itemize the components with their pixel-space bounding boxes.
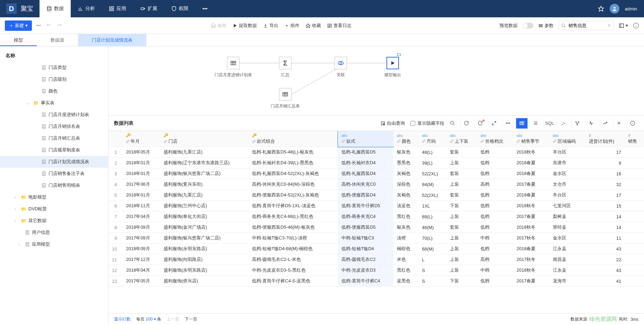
show-hidden-checkbox[interactable]: 显示隐藏字段	[410, 120, 444, 126]
flow-node-output[interactable]: 模型输出	[384, 57, 401, 78]
search-input[interactable]	[558, 21, 614, 30]
new-button[interactable]: ＋ 新建 ▾	[5, 20, 32, 31]
trend-tool[interactable]	[599, 118, 611, 129]
table-row[interactable]: 11 2017年12月 盛利服饰(向阳路店) 高档-圆领毛衣C2-L-米色 高档…	[108, 254, 644, 265]
tree-item-门店销售明细表[interactable]: 门店销售明细表	[0, 179, 108, 191]
tree-item-应用模型[interactable]: ›应用模型	[0, 238, 108, 250]
info-icon[interactable]	[633, 23, 639, 29]
table-row[interactable]: 8 2018年09月 盛利服饰(金河广场店) 低档-便服西装D5-46(M)-银…	[108, 222, 644, 233]
table-row[interactable]: 10 2018年09月 盛利服饰(永明东路店) 低档-短袖T恤D4-68(M)-…	[108, 244, 644, 254]
save-button[interactable]: 保存	[211, 23, 226, 29]
logs-button[interactable]: 查看日志	[327, 23, 351, 29]
clear-search-icon[interactable]: ✕	[607, 23, 611, 28]
table-row[interactable]: 3 2018年01月 盛利服饰(银兴悠客广场二店) 低档-礼服西装D4-52(2…	[108, 168, 644, 179]
column-header-season[interactable]: abc销售季节	[513, 131, 549, 147]
nav-more[interactable]: •••	[195, 0, 215, 17]
tree-item-门店销售备注子表[interactable]: 门店销售备注子表	[0, 168, 108, 179]
tree-item-门店计划完成情况表[interactable]: 门店计划完成情况表	[0, 156, 108, 168]
scatter-tool[interactable]	[557, 118, 569, 129]
component-button[interactable]: ＋ 组件	[285, 23, 299, 29]
table-row[interactable]: 9 2017年09月 盛利服饰(银兴悠客广场二店) 中档-短袖T恤C3-70(L…	[108, 233, 644, 244]
tree-item-电影模型[interactable]: ›📁电影模型	[0, 191, 108, 203]
refresh-badge-tool[interactable]	[474, 118, 486, 129]
column-header-grade[interactable]: abc价格档次	[477, 131, 513, 147]
username[interactable]: admin	[625, 6, 637, 11]
table-view-tool[interactable]	[516, 118, 528, 129]
nav-app[interactable]: 应用	[102, 0, 133, 17]
table-row[interactable]: 7 2017年04月 盛利服饰(奉化大街店) 低档-商务夹克C4-88(L)-黑…	[108, 211, 644, 222]
table-row[interactable]: 1 2018年05月 盛利服饰(九重汇店) 低档-礼服西装D5-48(L)-银灰…	[108, 147, 644, 158]
tree-item-门店规章制度表[interactable]: 门店规章制度表	[0, 144, 108, 156]
column-header-store[interactable]: 🔑门店	[160, 131, 249, 147]
column-header-combo[interactable]: 🔑款式组合	[249, 131, 338, 147]
nav-extend[interactable]: 扩展	[133, 0, 164, 17]
favorite-button[interactable]: 收藏	[306, 23, 321, 29]
tree-item-门店月销汇总表[interactable]: 门店月销汇总表	[0, 132, 108, 144]
more-button[interactable]: •••	[35, 22, 42, 29]
tab-model[interactable]: 模型	[0, 34, 37, 46]
undo-button[interactable]	[45, 22, 53, 29]
tree-item-门店类型[interactable]: 门店类型	[0, 62, 108, 73]
free-query-button[interactable]: 自由查询	[377, 120, 408, 126]
tree-item-事实表[interactable]: ⌄📁事实表	[0, 97, 108, 109]
column-header-sales[interactable]: #销售	[625, 131, 644, 147]
tab-current-file[interactable]: 门店计划完成情况表	[78, 34, 146, 46]
column-header-ym[interactable]: 🔑年月	[122, 131, 160, 147]
table-row[interactable]: 5 2018年01月 盛利服饰(九重汇店) 低档-便服西装D4-52(2XL)-…	[108, 190, 644, 201]
show-hidden-input[interactable]	[410, 121, 415, 126]
column-header-plan[interactable]: #进货计划(件)	[585, 131, 625, 147]
info-tool[interactable]	[627, 118, 638, 129]
flow-node-sum[interactable]: Σ汇总	[279, 57, 291, 78]
tree-item-门店月度进销计划表[interactable]: 门店月度进销计划表	[0, 109, 108, 121]
column-header-size[interactable]: abc尺码	[418, 131, 446, 147]
sql-tool[interactable]: SQL	[543, 118, 555, 129]
table-row[interactable]: 6 2018年11月 盛利服饰(兰州中心店) 低档-直筒牛仔裤D5-1XL-淡蓝…	[108, 201, 644, 211]
table-row[interactable]: 12 2018年04月 盛利服饰(永明东路店) 中档-光皮皮衣D3-S-黑红色 …	[108, 265, 644, 276]
refresh-tool[interactable]	[460, 118, 472, 129]
expand-tool[interactable]	[488, 118, 500, 129]
flow-node-plan[interactable]: 门店月度进销计划表	[215, 57, 252, 78]
chevron-right-icon[interactable]: ›	[19, 243, 23, 246]
table-row[interactable]: 4 2017年06月 盛利服饰(复兴东街) 高档-休闲夹克C0-84(M)-深棕…	[108, 179, 644, 190]
column-header-color[interactable]: abc颜色	[393, 131, 419, 147]
page-size[interactable]: 100 ▾	[146, 317, 157, 322]
search-tool[interactable]	[446, 118, 458, 129]
preview-toggle[interactable]	[522, 23, 533, 28]
tree-item-门店月销排名表[interactable]: 门店月销排名表	[0, 121, 108, 132]
table-row[interactable]: 2 2018年01月 盛利服饰(辽宁东港市东港路三店) 低档-长袖衬衣D4-39…	[108, 158, 644, 168]
tree-item-门店级别[interactable]: 门店级别	[0, 73, 108, 85]
nav-analysis[interactable]: 分析	[71, 0, 102, 17]
prev-page[interactable]: 上一页	[167, 316, 179, 322]
extract-button[interactable]: 提取数据	[233, 23, 257, 29]
chevron-right-icon[interactable]: ›	[15, 195, 19, 199]
column-header-topbot[interactable]: abc上下装	[446, 131, 477, 147]
close-tool[interactable]: ✕	[613, 118, 625, 129]
relation-tool[interactable]	[571, 118, 583, 129]
tree-item-用户信息[interactable]: 用户信息	[0, 227, 108, 238]
layout-button[interactable]: ▾	[619, 23, 628, 28]
avatar[interactable]	[610, 4, 619, 14]
export-button[interactable]: 导出	[263, 23, 278, 29]
tree-item-颜色[interactable]: 颜色	[0, 85, 108, 97]
column-header-region[interactable]: abc区域编码	[549, 131, 585, 147]
table-row[interactable]: 13 2017年05月 盛利服饰(侨兴店) 低档-直筒牛仔裤C4-S-蓝黑色 低…	[108, 276, 644, 287]
nav-auth[interactable]: 权限	[164, 0, 195, 17]
redo-button[interactable]	[55, 22, 63, 29]
params-button[interactable]: 参数	[538, 23, 554, 29]
flow-node-summary[interactable]: 门店月销汇总表	[271, 88, 300, 109]
nav-data[interactable]: 数据	[40, 0, 71, 17]
more-tool[interactable]: •••	[502, 118, 514, 129]
chevron-right-icon[interactable]: ›	[15, 207, 19, 211]
column-header-style[interactable]: abc款式	[338, 131, 393, 147]
list-view-tool[interactable]	[530, 118, 541, 129]
flow-node-join[interactable]: 关联	[334, 57, 347, 78]
star-icon[interactable]	[598, 6, 604, 12]
tree-item-其它数据[interactable]: ›📁其它数据	[0, 215, 108, 227]
chevron-right-icon[interactable]: ›	[15, 219, 19, 223]
next-page[interactable]: 下一页	[185, 316, 197, 322]
chevron-down-icon[interactable]: ⌄	[27, 101, 31, 105]
tree-item-DVD租赁[interactable]: ›📁DVD租赁	[0, 203, 108, 215]
tab-datasource[interactable]: 数据源	[37, 34, 78, 46]
table-wrap[interactable]: 🔑年月🔑门店🔑款式组合abc款式abc颜色abc尺码abc上下装abc价格档次a…	[108, 131, 644, 313]
pulse-tool[interactable]	[585, 118, 597, 129]
